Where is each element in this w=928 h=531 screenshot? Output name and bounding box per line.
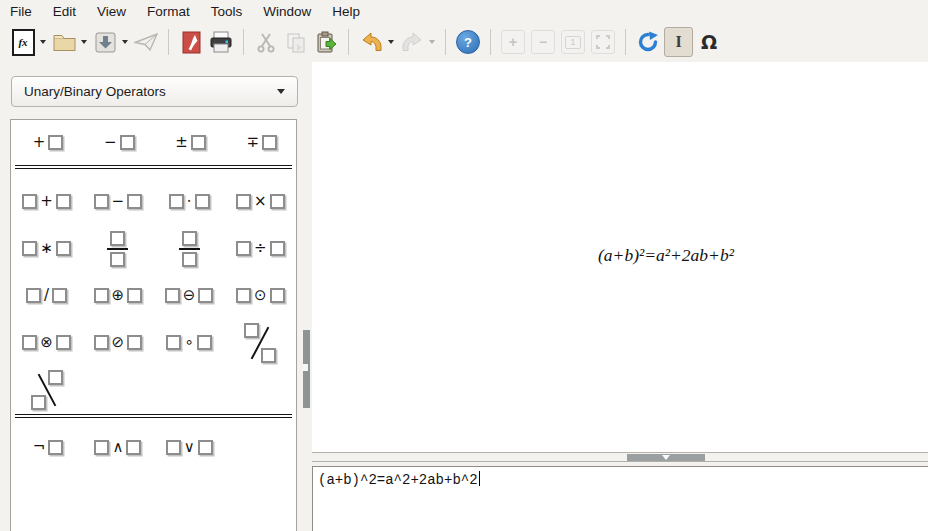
new-formula-button[interactable]: fx: [9, 27, 37, 57]
element-circled-slash[interactable]: ⊘: [82, 335, 153, 350]
help-icon: ?: [456, 30, 480, 54]
element-multiplication-cross[interactable]: ×: [225, 194, 296, 209]
element-boolean-or[interactable]: ∨: [154, 440, 225, 455]
fraction-bar: [107, 248, 128, 250]
element-circled-plus[interactable]: ⊕: [82, 288, 153, 303]
element-concatenation[interactable]: ∘: [154, 335, 225, 350]
chevron-down-icon: [277, 89, 285, 94]
save-button[interactable]: [91, 27, 119, 57]
element-division-fraction[interactable]: [82, 231, 153, 267]
formula-cursor-button[interactable]: I: [664, 27, 693, 57]
show-all-group: [588, 30, 618, 54]
element-circled-dot[interactable]: ⊙: [225, 288, 296, 303]
operator-glyph: −: [104, 135, 117, 150]
placeholder-box: [48, 370, 63, 385]
element-fraction[interactable]: [154, 231, 225, 267]
toolbar-separator: [490, 29, 491, 55]
placeholder-box: [198, 288, 213, 303]
element-plus[interactable]: +: [11, 135, 82, 150]
refresh-button[interactable]: [634, 27, 662, 57]
export-pdf-group: [176, 27, 206, 57]
placeholder-box: [94, 335, 109, 350]
elements-panel: +−±∓+−⋅×∗÷/⊕⊖⊙⊗⊘∘¬∧∨: [10, 119, 297, 531]
formula-view[interactable]: (a+b)²=a²+2ab+b²: [312, 62, 928, 452]
placeholder-box: [198, 440, 213, 455]
undo-button[interactable]: [357, 27, 385, 57]
menu-help[interactable]: Help: [324, 2, 368, 21]
placeholder-box: [270, 194, 285, 209]
element-plus-minus[interactable]: ±: [154, 135, 225, 150]
elements-row: +−±∓: [11, 120, 296, 164]
cut-button[interactable]: [252, 27, 280, 57]
zoom-out-button[interactable]: −: [531, 30, 555, 54]
menu-view[interactable]: View: [89, 2, 134, 21]
operator-glyph: ¬: [33, 440, 46, 455]
element-boolean-not[interactable]: ¬: [11, 440, 82, 455]
new-formula-group: fx: [8, 27, 49, 57]
toolbar-separator: [348, 29, 349, 55]
export-pdf-icon: [182, 31, 201, 54]
zoom-in-icon: +: [509, 35, 517, 49]
menu-tools[interactable]: Tools: [203, 2, 251, 21]
redo-button[interactable]: [398, 27, 426, 57]
element-minus-plus[interactable]: ∓: [225, 135, 296, 150]
print-button[interactable]: [207, 27, 235, 57]
redo-dropdown-arrow-icon[interactable]: [429, 40, 435, 44]
menu-window[interactable]: Window: [255, 2, 319, 21]
element-wideslash[interactable]: [225, 322, 296, 364]
zoom-100-button[interactable]: 1: [561, 30, 585, 54]
help-group: ?: [453, 27, 483, 57]
show-all-button[interactable]: [591, 30, 615, 54]
placeholder-box: [270, 241, 285, 256]
element-boolean-and[interactable]: ∧: [82, 440, 153, 455]
menu-bar: File Edit View Format Tools Window Help: [0, 0, 928, 22]
element-division-slash[interactable]: /: [11, 288, 82, 303]
element-addition[interactable]: +: [11, 194, 82, 209]
operator-glyph: ⊖: [183, 288, 196, 303]
menu-file[interactable]: File: [2, 2, 40, 21]
symbols-button[interactable]: Ω: [695, 27, 723, 57]
element-division[interactable]: ÷: [225, 241, 296, 256]
zoom-in-button[interactable]: +: [501, 30, 525, 54]
text-cursor: [479, 471, 480, 486]
paste-button[interactable]: [312, 27, 340, 57]
export-pdf-button[interactable]: [177, 27, 205, 57]
formula-text: (a+b)²=a²+2ab+b²: [598, 245, 734, 266]
toolbar-separator: [625, 29, 626, 55]
element-subtraction[interactable]: −: [82, 194, 153, 209]
show-all-icon: [596, 35, 610, 49]
placeholder-box: [166, 440, 181, 455]
operator-glyph: ∓: [247, 135, 260, 150]
command-editor[interactable]: (a+b)^2=a^2+2ab+b^2: [312, 466, 928, 531]
placeholder-box: [270, 288, 285, 303]
menu-edit[interactable]: Edit: [45, 2, 84, 21]
element-multiplication-asterisk[interactable]: ∗: [11, 241, 82, 256]
open-dropdown-arrow-icon[interactable]: [81, 40, 87, 44]
new-formula-dropdown-arrow-icon[interactable]: [40, 40, 46, 44]
element-minus[interactable]: −: [82, 135, 153, 150]
operator-glyph: −: [112, 194, 125, 209]
operator-glyph: ×: [254, 194, 267, 209]
send-mail-button[interactable]: [132, 27, 160, 57]
element-widebslash[interactable]: [11, 369, 82, 411]
horizontal-splitter-handle[interactable]: [627, 454, 705, 461]
save-dropdown-arrow-icon[interactable]: [122, 40, 128, 44]
element-multiplication-dot[interactable]: ⋅: [154, 194, 225, 209]
save-icon: [95, 32, 116, 53]
vertical-splitter-handle[interactable]: [303, 330, 310, 408]
element-tensor-product[interactable]: ⊗: [11, 335, 82, 350]
undo-dropdown-arrow-icon[interactable]: [388, 40, 394, 44]
copy-button[interactable]: [282, 27, 310, 57]
symbols-group: Ω: [694, 27, 724, 57]
help-button[interactable]: ?: [454, 27, 482, 57]
category-selector[interactable]: Unary/Binary Operators: [11, 76, 298, 107]
operator-glyph: ∧: [112, 440, 123, 455]
open-button[interactable]: [50, 27, 78, 57]
element-circled-minus[interactable]: ⊖: [154, 288, 225, 303]
copy-group: [281, 27, 311, 57]
menu-format[interactable]: Format: [139, 2, 198, 21]
placeholder-box: [127, 288, 142, 303]
zoom-100-group: 1: [558, 30, 588, 54]
elements-row: ⊗⊘∘: [11, 319, 296, 366]
placeholder-box: [169, 194, 184, 209]
